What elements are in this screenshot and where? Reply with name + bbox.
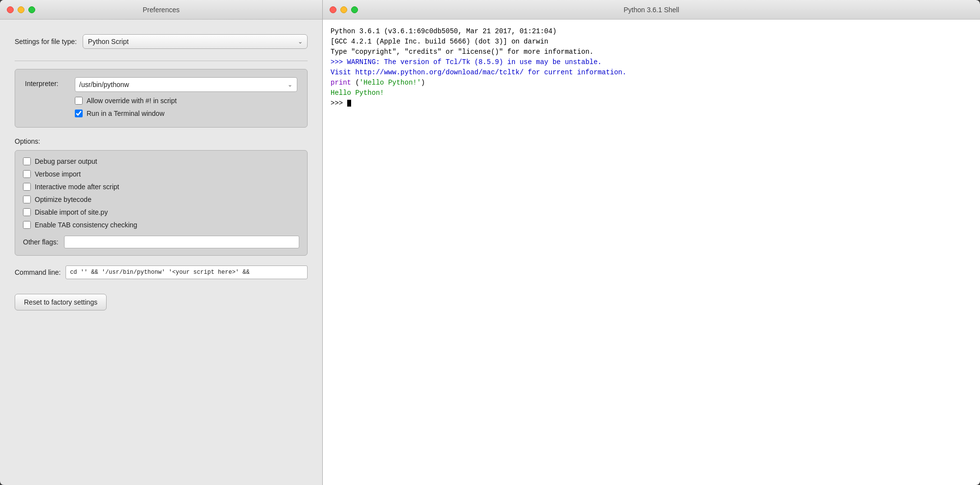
shell-line-2: [GCC 4.2.1 (Apple Inc. build 5666) (dot … — [331, 37, 972, 47]
allow-override-label: Allow override with #! in script — [87, 97, 177, 105]
preferences-title-bar: Preferences — [0, 0, 322, 20]
option-debug-parser: Debug parser output — [23, 157, 299, 165]
reset-button[interactable]: Reset to factory settings — [15, 294, 107, 310]
shell-close-button[interactable] — [330, 6, 336, 13]
options-label: Options: — [15, 137, 308, 145]
shell-keyword-print: print — [331, 79, 351, 87]
shell-line-1: Python 3.6.1 (v3.6.1:69c0db5050, Mar 21 … — [331, 26, 972, 37]
shell-line-4: >>> WARNING: The version of Tcl/Tk (8.5.… — [331, 57, 972, 67]
divider — [15, 61, 308, 61]
command-line-section: Command line: cd '' && '/usr/bin/pythonw… — [15, 265, 308, 279]
other-flags-row: Other flags: — [23, 236, 299, 248]
minimize-button[interactable] — [18, 6, 24, 13]
verbose-import-checkbox[interactable] — [23, 170, 31, 178]
other-flags-input[interactable] — [64, 236, 299, 248]
interpreter-section: Interpreter: /usr/bin/pythonw/usr/bin/py… — [15, 69, 308, 128]
shell-traffic-lights — [330, 6, 358, 13]
traffic-lights — [7, 6, 35, 13]
file-type-select[interactable]: Python ScriptPython Module — [83, 34, 308, 49]
option-verbose-import: Verbose import — [23, 170, 299, 178]
interpreter-select[interactable]: /usr/bin/pythonw/usr/bin/python/usr/bin/… — [75, 77, 297, 92]
interpreter-right: /usr/bin/pythonw/usr/bin/python/usr/bin/… — [75, 77, 297, 117]
option-interactive-mode: Interactive mode after script — [23, 183, 299, 191]
allow-override-row: Allow override with #! in script — [75, 97, 297, 105]
interactive-mode-checkbox[interactable] — [23, 183, 31, 191]
command-line-label: Command line: — [15, 268, 61, 276]
enable-tab-checkbox[interactable] — [23, 221, 31, 229]
preferences-content: Settings for file type: Python ScriptPyt… — [0, 20, 322, 485]
shell-prompt-line: >>> — [331, 98, 972, 109]
command-line-row: Command line: cd '' && '/usr/bin/pythonw… — [15, 265, 308, 279]
disable-import-checkbox[interactable] — [23, 208, 31, 216]
option-disable-import: Disable import of site.py — [23, 208, 299, 216]
options-box: Debug parser output Verbose import Inter… — [15, 150, 308, 256]
debug-parser-label: Debug parser output — [35, 157, 97, 165]
options-section: Options: Debug parser output Verbose imp… — [15, 137, 308, 256]
shell-window: Python 3.6.1 Shell Python 3.6.1 (v3.6.1:… — [323, 0, 980, 485]
interpreter-select-wrapper: /usr/bin/pythonw/usr/bin/python/usr/bin/… — [75, 77, 297, 92]
shell-content[interactable]: Python 3.6.1 (v3.6.1:69c0db5050, Mar 21 … — [323, 20, 980, 485]
file-type-label: Settings for file type: — [15, 38, 77, 45]
shell-line-6: print ('Hello Python!') — [331, 78, 972, 88]
shell-title-bar: Python 3.6.1 Shell — [323, 0, 980, 20]
interpreter-label: Interpreter: — [25, 77, 69, 88]
interactive-mode-label: Interactive mode after script — [35, 183, 119, 191]
shell-line-5: Visit http://www.python.org/download/mac… — [331, 67, 972, 78]
shell-line-3: Type "copyright", "credits" or "license(… — [331, 47, 972, 57]
run-terminal-row: Run in a Terminal window — [75, 110, 297, 117]
maximize-button[interactable] — [28, 6, 35, 13]
other-flags-label: Other flags: — [23, 238, 58, 246]
shell-maximize-button[interactable] — [351, 6, 358, 13]
command-line-value: cd '' && '/usr/bin/pythonw' '<your scrip… — [66, 265, 308, 279]
run-terminal-label: Run in a Terminal window — [87, 110, 164, 117]
file-type-row: Settings for file type: Python ScriptPyt… — [15, 34, 308, 49]
shell-minimize-button[interactable] — [340, 6, 347, 13]
optimize-bytecode-label: Optimize bytecode — [35, 196, 91, 203]
preferences-window: Preferences Settings for file type: Pyth… — [0, 0, 323, 485]
debug-parser-checkbox[interactable] — [23, 157, 31, 165]
file-type-select-wrapper: Python ScriptPython Module ⌄ — [83, 34, 308, 49]
disable-import-label: Disable import of site.py — [35, 208, 108, 216]
option-optimize-bytecode: Optimize bytecode — [23, 196, 299, 203]
shell-line-7: Hello Python! — [331, 88, 972, 98]
optimize-bytecode-checkbox[interactable] — [23, 196, 31, 203]
shell-cursor — [347, 100, 351, 107]
close-button[interactable] — [7, 6, 14, 13]
enable-tab-label: Enable TAB consistency checking — [35, 221, 137, 229]
preferences-title: Preferences — [143, 6, 179, 14]
verbose-import-label: Verbose import — [35, 170, 81, 178]
shell-title: Python 3.6.1 Shell — [624, 6, 679, 14]
allow-override-checkbox[interactable] — [75, 97, 83, 105]
run-terminal-checkbox[interactable] — [75, 110, 83, 117]
interpreter-row: Interpreter: /usr/bin/pythonw/usr/bin/py… — [25, 77, 297, 117]
option-enable-tab: Enable TAB consistency checking — [23, 221, 299, 229]
